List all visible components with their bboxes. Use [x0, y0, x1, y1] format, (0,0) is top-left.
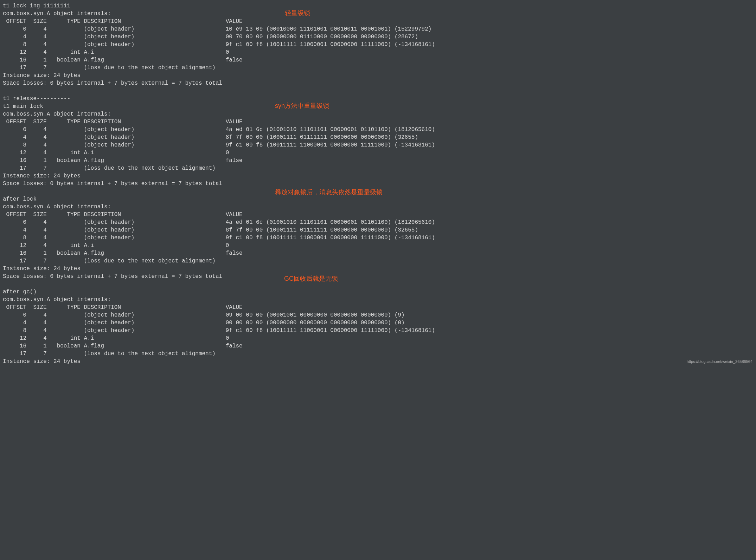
annotation: 释放对象锁后，消息头依然是重量级锁	[275, 188, 383, 196]
instance-size: Instance size: 24 bytes	[3, 358, 753, 365]
internals-line: com.boss.syn.A object internals:	[3, 10, 753, 18]
pre-line: t1 lock ing 11111111	[3, 2, 753, 10]
pre-line: t1 release----------	[3, 95, 753, 103]
annotation: syn方法中重量级锁	[275, 102, 329, 110]
field-row: 12 4 int A.i 0	[3, 242, 753, 249]
object-header-row: 0 4 (object header) 09 00 00 00 (0000100…	[3, 311, 753, 319]
instance-size: Instance size: 24 bytes	[3, 265, 753, 273]
watermark: https://blog.csdn.net/weixin_36586564	[687, 358, 752, 365]
pre-line: after gc()	[3, 288, 753, 296]
header-line: OFFSET SIZE TYPE DESCRIPTION VALUE	[3, 304, 753, 311]
field-row: 16 1 boolean A.flag false	[3, 56, 753, 64]
object-header-row: 0 4 (object header) 4a ed 01 6c (0100101…	[3, 219, 753, 226]
space-losses: Space losses: 0 bytes internal + 7 bytes…	[3, 180, 753, 188]
field-row: 16 1 boolean A.flag false	[3, 249, 753, 257]
terminal-output: t1 lock ing 11111111com.boss.syn.A objec…	[0, 0, 756, 367]
header-line: OFFSET SIZE TYPE DESCRIPTION VALUE	[3, 118, 753, 126]
blank-line	[3, 280, 753, 288]
field-row: 12 4 int A.i 0	[3, 149, 753, 157]
object-header-row: 4 4 (object header) 8f 7f 00 00 (1000111…	[3, 226, 753, 234]
annotation: 轻量级锁	[285, 9, 310, 17]
annotation: GC回收后就是无锁	[284, 275, 338, 282]
pre-line: after lock	[3, 195, 753, 203]
instance-size: Instance size: 24 bytes	[3, 72, 753, 79]
object-header-row: 8 4 (object header) 9f c1 00 f8 (1001111…	[3, 141, 753, 149]
object-header-row: 8 4 (object header) 9f c1 00 f8 (1001111…	[3, 234, 753, 242]
object-header-row: 4 4 (object header) 00 00 00 00 (0000000…	[3, 319, 753, 327]
internals-line: com.boss.syn.A object internals:	[3, 296, 753, 304]
field-row: 16 1 boolean A.flag false	[3, 342, 753, 350]
space-losses: Space losses: 0 bytes internal + 7 bytes…	[3, 79, 753, 87]
internals-line: com.boss.syn.A object internals:	[3, 110, 753, 118]
instance-size: Instance size: 24 bytes	[3, 172, 753, 180]
header-line: OFFSET SIZE TYPE DESCRIPTION VALUE	[3, 18, 753, 25]
header-line: OFFSET SIZE TYPE DESCRIPTION VALUE	[3, 211, 753, 219]
object-header-row: 4 4 (object header) 00 70 00 00 (0000000…	[3, 33, 753, 41]
field-row: 12 4 int A.i 0	[3, 334, 753, 342]
loss-row: 17 7 (loss due to the next object alignm…	[3, 257, 753, 265]
loss-row: 17 7 (loss due to the next object alignm…	[3, 64, 753, 72]
field-row: 16 1 boolean A.flag false	[3, 157, 753, 164]
field-row: 12 4 int A.i 0	[3, 48, 753, 56]
object-header-row: 8 4 (object header) 9f c1 00 f8 (1001111…	[3, 327, 753, 334]
space-losses: Space losses: 0 bytes internal + 7 bytes…	[3, 273, 753, 280]
object-header-row: 0 4 (object header) 4a ed 01 6c (0100101…	[3, 126, 753, 134]
blank-line	[3, 87, 753, 95]
internals-line: com.boss.syn.A object internals:	[3, 203, 753, 211]
loss-row: 17 7 (loss due to the next object alignm…	[3, 350, 753, 358]
object-header-row: 4 4 (object header) 8f 7f 00 00 (1000111…	[3, 134, 753, 141]
loss-row: 17 7 (loss due to the next object alignm…	[3, 164, 753, 172]
object-header-row: 0 4 (object header) 10 e9 13 09 (0001000…	[3, 25, 753, 33]
pre-line: t1 main lock	[3, 103, 753, 110]
object-header-row: 8 4 (object header) 9f c1 00 f8 (1001111…	[3, 41, 753, 48]
